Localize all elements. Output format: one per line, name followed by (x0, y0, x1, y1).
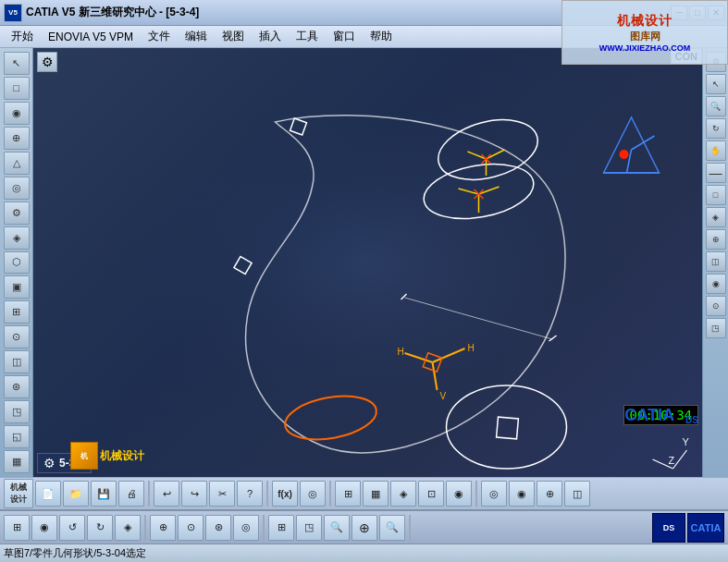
menu-item-视图[interactable]: 视图 (215, 27, 252, 46)
separator-5 (144, 515, 146, 541)
r-toolbar-rotate[interactable]: ↻ (706, 118, 726, 139)
main-area: ↖ □ ◉ ⊕ △ ◎ ⚙ ◈ ⬡ ▣ ⊞ ⊙ ◫ ⊛ ◳ ◱ ▦ ⚙ CON (0, 48, 728, 477)
bt-icon-c6[interactable]: ⊕ (537, 481, 562, 507)
toolbar-icon-target[interactable]: ⊙ (4, 325, 30, 348)
bt-icon-scene[interactable]: ◎ (300, 481, 326, 507)
bt2-icon-4[interactable]: ⊕ (150, 515, 176, 541)
svg-text:Y: Y (683, 436, 690, 447)
menu-item-开始[interactable]: 开始 (4, 27, 41, 46)
bt-icon-new[interactable]: 📄 (35, 481, 61, 507)
window-title: CATIA V5 新三维研究中心 - [5-3-4] (26, 5, 199, 20)
status-text: 草图7/零件几何形状/5-3-04选定 (4, 546, 146, 560)
bt-icon-c2[interactable]: ⊡ (418, 481, 444, 507)
canvas-gear-icon[interactable]: ⚙ (37, 52, 57, 72)
bt-icon-c1[interactable]: ◈ (390, 481, 416, 507)
r-toolbar-line[interactable]: — (706, 163, 726, 183)
bt-icon-fx[interactable]: f(x) (272, 481, 298, 507)
watermark-tagline: 图库网 (630, 30, 660, 43)
toolbar-icon-pattern[interactable]: ▦ (4, 450, 30, 473)
bt-icon-open[interactable]: 📁 (63, 481, 89, 507)
bt-icon-help[interactable]: ? (237, 481, 263, 507)
bt-icon-cut[interactable]: ✂ (209, 481, 235, 507)
bt-icon-save[interactable]: 💾 (91, 481, 117, 507)
bt2-icon-6[interactable]: ⊛ (205, 515, 231, 541)
bt-icon-grid2[interactable]: ▦ (363, 481, 389, 507)
bt-icon-grid[interactable]: ⊞ (335, 481, 361, 507)
svg-line-31 (632, 136, 655, 150)
bt-icon-c7[interactable]: ◫ (564, 481, 590, 507)
toolbar-icon-box[interactable]: ◱ (4, 425, 30, 448)
watermark-brand: 机械设计 (617, 13, 672, 30)
toolbar-icon-point[interactable]: ⊕ (4, 127, 30, 150)
toolbar-icon-plus[interactable]: ⊞ (4, 300, 30, 324)
toolbar-icon-rect[interactable]: □ (4, 77, 30, 100)
separator-4 (475, 481, 477, 507)
bt-icon-c4[interactable]: ◎ (481, 481, 507, 507)
bt2-icon-redo[interactable]: ↻ (87, 515, 113, 541)
toolbar-icon-hex[interactable]: ⬡ (4, 251, 30, 275)
r-toolbar-zoom[interactable]: 🔍 (706, 96, 726, 116)
canvas-area[interactable]: ⚙ CON (33, 48, 702, 477)
menu-item-ENOVIA V5 VPM[interactable]: ENOVIA V5 VPM (41, 29, 141, 45)
bt-icon-undo[interactable]: ↩ (154, 481, 179, 507)
bt2-icon-5[interactable]: ⊙ (178, 515, 204, 541)
menu-item-文件[interactable]: 文件 (141, 27, 178, 46)
catia-icon-bottom: CATIA (687, 513, 724, 543)
right-toolbar: ⚙ ↖ 🔍 ↻ ✋ — □ ◈ ⊕ ◫ ◉ ⊙ ◳ (702, 48, 728, 477)
bt2-icon-7[interactable]: ◎ (233, 515, 259, 541)
toolbar-icon-star[interactable]: ⊛ (4, 375, 30, 398)
brand-cluster: 机 机械设计 (70, 442, 144, 470)
bt2-icon-3[interactable]: ◈ (115, 515, 141, 541)
bt2-icon-1[interactable]: ⊞ (4, 515, 30, 541)
toolbar-icon-triangle[interactable]: △ (4, 152, 30, 175)
bottom-toolbar-2: ⊞ ◉ ↺ ↻ ◈ ⊕ ⊙ ⊛ ◎ ⊞ ◳ 🔍 ⊕ 🔍 DS CATIA (0, 510, 728, 544)
toolbar-icon-split[interactable]: ◫ (4, 350, 30, 373)
separator-2 (266, 481, 268, 507)
brand-text: 机械设计 (100, 448, 144, 464)
menu-item-窗口[interactable]: 窗口 (326, 27, 363, 46)
bt2-icon-8[interactable]: ⊞ (268, 515, 294, 541)
catia-icon: V5 (4, 4, 22, 22)
r-toolbar-fit[interactable]: ◳ (706, 318, 726, 338)
toolbar-icon-gear[interactable]: ⚙ (4, 202, 30, 225)
r-toolbar-snap[interactable]: ⊕ (706, 229, 726, 250)
bt-icon-redo[interactable]: ↪ (181, 481, 207, 507)
svg-marker-28 (604, 117, 660, 173)
bt-icon-c3[interactable]: ◉ (446, 481, 472, 507)
menu-item-插入[interactable]: 插入 (252, 27, 289, 46)
bt-icon-1[interactable]: 机械设计 (4, 479, 33, 508)
toolbar-icon-circle[interactable]: ◉ (4, 102, 30, 125)
titlebar-left: V5 CATIA V5 新三维研究中心 - [5-3-4] (4, 4, 199, 22)
toolbar-icon-corner[interactable]: ◳ (4, 400, 30, 423)
r-toolbar-cursor[interactable]: ↖ (706, 74, 726, 94)
separator-7 (409, 515, 411, 541)
r-toolbar-pan[interactable]: ✋ (706, 140, 726, 161)
toolbar-icon-ellipse[interactable]: ◎ (4, 177, 30, 200)
menu-item-帮助[interactable]: 帮助 (363, 27, 400, 46)
watermark: 机械设计 图库网 WWW.JIXIEZHAO.COM (561, 0, 728, 65)
menu-item-编辑[interactable]: 编辑 (178, 27, 215, 46)
bt-icon-c5[interactable]: ◉ (509, 481, 535, 507)
svg-point-0 (91, 78, 646, 447)
separator-6 (263, 515, 265, 541)
r-toolbar-section[interactable]: ◫ (706, 251, 726, 272)
r-toolbar-measure[interactable]: ◈ (706, 207, 726, 227)
bt2-icon-10[interactable]: 🔍 (324, 515, 350, 541)
bt2-icon-11[interactable]: ⊕ (352, 515, 377, 541)
menu-item-工具[interactable]: 工具 (289, 27, 326, 46)
toolbar-icon-grid[interactable]: ▣ (4, 275, 30, 299)
bt2-icon-9[interactable]: ◳ (296, 515, 322, 541)
toolbar-icon-select[interactable]: ↖ (4, 52, 30, 75)
toolbar-icon-diamond[interactable]: ◈ (4, 226, 30, 250)
watermark-url: WWW.JIXIEZHAO.COM (599, 43, 691, 53)
bt2-icon-2[interactable]: ◉ (31, 515, 57, 541)
bt2-icon-12[interactable]: 🔍 (379, 515, 405, 541)
bt-icon-print[interactable]: 🖨 (118, 481, 144, 507)
r-toolbar-hide[interactable]: ◉ (706, 274, 726, 294)
r-toolbar-show[interactable]: ⊙ (706, 296, 726, 316)
bottom-toolbar-1: 机械设计 📄 📁 💾 🖨 ↩ ↪ ✂ ? f(x) ◎ ⊞ ▦ ◈ ⊡ ◉ ◎ … (0, 477, 728, 510)
r-toolbar-box[interactable]: □ (706, 185, 726, 205)
brand-icon: 机 (70, 442, 98, 470)
bt2-icon-undo[interactable]: ↺ (59, 515, 85, 541)
statusbar: 草图7/零件几何形状/5-3-04选定 (0, 544, 728, 562)
